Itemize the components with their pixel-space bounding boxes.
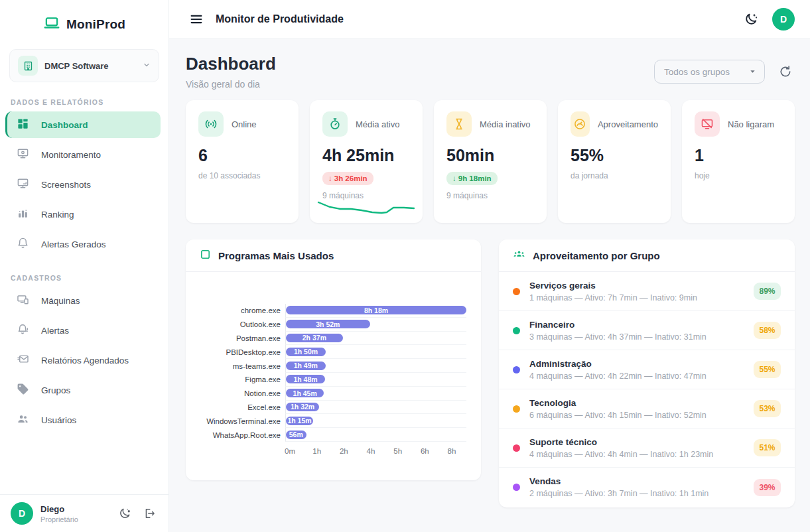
logout-icon[interactable] [141, 505, 158, 522]
company-selector[interactable]: DMCP Software [9, 49, 159, 82]
sidebar-item-label: Usuários [41, 415, 76, 425]
window-icon [200, 249, 211, 263]
stat-label: Online [232, 119, 257, 129]
bar-label: Postman.exe [186, 334, 285, 342]
group-filter-select[interactable]: Todos os grupos [654, 60, 765, 84]
axis-tick: 5h [393, 447, 402, 455]
topbar-avatar[interactable]: D [772, 8, 795, 31]
app-title: Monitor de Produtividade [216, 13, 344, 25]
company-name: DMCP Software [44, 61, 136, 71]
group-percent-badge: 53% [754, 400, 781, 417]
arrow-down-icon: ↓ [328, 174, 332, 182]
stat-value: 4h 25min [322, 146, 410, 165]
bar: 1h 48m [286, 375, 325, 383]
section-label-data: DADOS E RELATÓRIOS [11, 98, 158, 106]
sidebar-item-label: Ranking [41, 210, 74, 220]
sidebar-item-label: Alertas [41, 326, 69, 336]
axis-tick: 8h [448, 447, 456, 455]
group-color-dot [513, 484, 520, 491]
group-meta: 1 máquinas — Ativo: 7h 7min — Inativo: 9… [529, 293, 754, 302]
bar: 3h 52m [286, 320, 370, 328]
sidebar-item-label: Alertas Gerados [41, 239, 106, 249]
brand-logo: MoniProd [0, 0, 169, 44]
user-meta: Diego Proprietário [40, 504, 109, 523]
sidebar-item-alertas-gerados[interactable]: Alertas Gerados [5, 231, 161, 257]
group-row: Tecnologia6 máquinas — Ativo: 4h 15min —… [499, 389, 795, 429]
stat-cards-row: Online 6 de 10 associadas Média ativo 4h… [186, 100, 795, 223]
monitor-eye-icon [17, 147, 29, 163]
panel-title: Programas Mais Usados [218, 250, 334, 261]
bar-label: WindowsTerminal.exe [186, 417, 285, 425]
sidebar-item-label: Monitoramento [41, 150, 101, 160]
group-name: Financeiro [529, 320, 754, 330]
page-subtitle: Visão geral do dia [186, 79, 276, 90]
bar-label: chrome.exe [186, 306, 285, 314]
group-filter-value: Todos os grupos [664, 67, 749, 77]
caret-down-icon [749, 66, 756, 78]
dark-mode-icon[interactable] [116, 505, 133, 522]
axis-tick: 0m [285, 447, 295, 455]
sidebar-item-relatorios-agendados[interactable]: Relatórios Agendados [5, 347, 161, 373]
sidebar-item-usuarios[interactable]: Usuários [5, 407, 161, 433]
panel-title: Aproveitamento por Grupo [533, 250, 660, 261]
sidebar-item-maquinas[interactable]: Máquinas [5, 287, 161, 314]
group-meta: 4 máquinas — Ativo: 4h 4min — Inativo: 1… [529, 450, 754, 459]
stat-label: Média inativo [480, 119, 531, 129]
group-color-dot [513, 444, 520, 452]
user-footer: D Diego Proprietário [0, 494, 169, 532]
group-color-dot [513, 366, 520, 373]
sparkline-chart [316, 196, 416, 216]
axis-tick: 4h [367, 447, 375, 455]
bar-label: Figma.exe [186, 375, 285, 383]
user-name: Diego [40, 504, 109, 514]
bar-label: WhatsApp.Root.exe [186, 431, 285, 439]
bar: 56m [286, 431, 306, 439]
sidebar-item-ranking[interactable]: Ranking [5, 201, 161, 228]
stat-card-nao-ligaram: Não ligaram 1 hoje [682, 100, 795, 223]
monitor-off-icon [695, 111, 720, 137]
page-content: Dashboard Visão geral do dia Todos os gr… [169, 39, 810, 532]
tag-icon [17, 383, 29, 398]
hourglass-icon [446, 111, 472, 137]
stat-label: Aproveitamento [598, 119, 658, 129]
stat-card-aproveitamento: Aproveitamento 55% da jornada [558, 100, 671, 223]
bar: 1h 45m [286, 389, 324, 397]
sidebar-item-grupos[interactable]: Grupos [5, 377, 161, 403]
sidebar: MoniProd DMCP Software DADOS E RELATÓRIO… [0, 0, 169, 532]
stat-value: 1 [695, 146, 782, 165]
sidebar-item-screenshots[interactable]: Screenshots [5, 171, 161, 198]
stat-label: Média ativo [356, 119, 399, 129]
group-row: Financeiro3 máquinas — Ativo: 4h 37min —… [499, 311, 795, 350]
group-name: Tecnologia [529, 398, 754, 408]
topbar: Monitor de Produtividade D [169, 0, 810, 39]
axis-tick: 1h [312, 447, 321, 455]
stat-value: 50min [446, 146, 534, 165]
sidebar-spacer [0, 436, 169, 494]
bar-chart: chrome.exe8h 18m Outlook.exe3h 52m Postm… [186, 272, 481, 460]
dark-mode-toggle-icon[interactable] [742, 10, 760, 29]
sidebar-item-label: Screenshots [41, 180, 91, 190]
group-meta: 4 máquinas — Ativo: 4h 22min — Inativo: … [529, 371, 754, 381]
sidebar-item-alertas[interactable]: Alertas [5, 317, 161, 344]
bar-label: Outlook.exe [186, 320, 285, 328]
refresh-icon[interactable] [776, 62, 795, 81]
bar: 1h 49m [286, 362, 326, 370]
hamburger-menu-icon[interactable] [188, 11, 205, 28]
sidebar-item-monitoramento[interactable]: Monitoramento [5, 141, 161, 168]
devices-icon [17, 293, 29, 308]
arrow-down-icon: ↓ [452, 174, 456, 182]
group-name: Vendas [529, 476, 754, 486]
delta-badge: ↓9h 18min [446, 172, 498, 185]
bar: 1h 15m [286, 417, 313, 425]
group-percent-badge: 39% [754, 479, 781, 496]
axis-tick: 6h [421, 447, 429, 455]
stat-label: Não ligaram [728, 119, 774, 129]
sidebar-item-dashboard[interactable]: Dashboard [5, 111, 161, 138]
avatar[interactable]: D [11, 502, 33, 525]
axis-tick: 2h [340, 447, 348, 455]
groups-panel: Aproveitamento por Grupo Serviços gerais… [499, 239, 795, 507]
delta-badge: ↓3h 26min [322, 172, 373, 185]
sidebar-item-label: Máquinas [41, 296, 80, 306]
group-name: Serviços gerais [529, 281, 754, 291]
bar: 1h 50m [286, 348, 326, 356]
